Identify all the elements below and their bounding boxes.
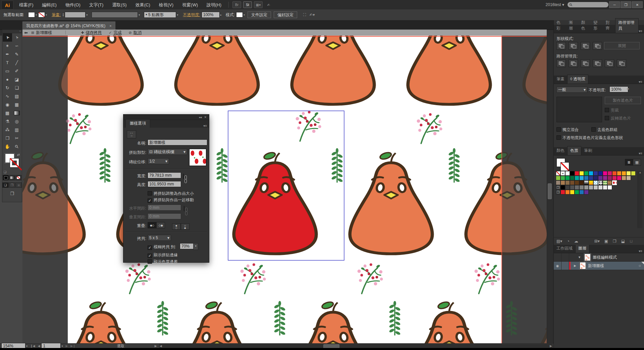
tab-stroke[interactable]: 筆畫 [554, 75, 567, 84]
panel-menu-icon[interactable]: ▾≡ [639, 249, 642, 253]
color-themes-icon[interactable]: ◔ [567, 239, 569, 244]
swatches-tab[interactable]: 色票 [567, 146, 581, 155]
shape-mode-minus-front-button[interactable] [569, 42, 578, 50]
visibility-eye-icon[interactable] [554, 253, 561, 261]
pathfinder-tab[interactable]: 路徑管理員 [615, 18, 639, 33]
panel-menu-icon[interactable]: ▾≡ [203, 124, 207, 128]
pathfinder-minus-back-button[interactable] [617, 59, 626, 67]
swatch[interactable] [598, 180, 603, 185]
swatch[interactable] [622, 171, 626, 176]
layer-name[interactable]: 新增圖樣 [588, 263, 604, 269]
swatch[interactable] [575, 176, 579, 180]
swatch[interactable] [570, 176, 575, 180]
chevron-down-icon[interactable]: ▾ [86, 13, 88, 16]
cancel-link[interactable]: 取消 [133, 30, 142, 36]
link-dimensions-icon[interactable] [183, 174, 184, 179]
rectangle-tool[interactable]: ▭ [3, 67, 12, 75]
direct-selection-tool[interactable]: ➢ [12, 33, 21, 42]
swatch[interactable] [575, 180, 579, 185]
swatch[interactable] [626, 171, 631, 176]
swatch[interactable] [607, 171, 612, 176]
shape-builder-tool[interactable]: ◉ [3, 100, 12, 109]
swatch[interactable] [598, 171, 603, 176]
restore-button[interactable]: ❐ [621, 1, 631, 8]
none-button[interactable] [15, 175, 21, 180]
swatches-tab[interactable]: 顏色 [554, 146, 567, 155]
swatch[interactable] [570, 171, 575, 176]
target-circle-icon[interactable]: ○ [639, 263, 641, 268]
new-swatch-icon[interactable]: ⬓ [621, 239, 625, 244]
swatch[interactable] [575, 185, 579, 190]
blend-tool[interactable]: ◎ [12, 117, 21, 126]
menu-item[interactable]: 視窗(W) [178, 0, 202, 9]
rotate-tool[interactable]: ↻ [3, 84, 12, 92]
swatch-options-icon[interactable]: ▣ [604, 239, 608, 244]
stroke-color-chip[interactable] [38, 12, 45, 17]
canvas-area[interactable] [0, 36, 547, 343]
swatch-folder[interactable]: ❒ [556, 185, 560, 190]
swatch[interactable] [570, 190, 575, 194]
document-tab[interactable]: 我是四方連續教學.ai* @ 154% (CMYK/預視) × [22, 21, 115, 30]
eraser-tool[interactable]: ◪ [12, 75, 21, 84]
variable-width-select[interactable] [92, 12, 138, 18]
chevron-down-icon[interactable]: ▾ [26, 345, 28, 348]
pattern-tile-tool-button[interactable]: ▫ ▫↔ [127, 130, 136, 138]
menu-item[interactable]: 選取(S) [108, 0, 131, 9]
bridge-button[interactable]: Br [232, 1, 241, 8]
pathfinder-tab[interactable]: 顏色 [578, 18, 591, 33]
new-color-group-icon[interactable]: ❒ [613, 239, 616, 244]
swatch[interactable] [570, 180, 575, 185]
swatch[interactable] [598, 185, 603, 190]
pointer-options-icon[interactable]: ✍▾ [310, 12, 315, 17]
shape-mode-intersect-button[interactable] [581, 42, 590, 50]
swatch[interactable] [584, 171, 589, 176]
column-graph-tool[interactable]: ▥ [12, 126, 21, 134]
swatch[interactable] [579, 180, 584, 185]
menu-item[interactable]: 說明(H) [202, 0, 226, 9]
panel-collapse-strip[interactable]: » [2, 30, 22, 33]
chevron-down-icon[interactable]: ▾ [177, 13, 178, 16]
layer-thumbnail[interactable] [584, 254, 591, 261]
minimize-button[interactable]: ─ [609, 1, 620, 8]
chevron-down-icon[interactable]: ▾ [36, 13, 37, 16]
slice-tool[interactable]: ✂ [12, 134, 21, 142]
lock-cell[interactable] [561, 262, 569, 270]
arrange-documents-icon[interactable]: ▦▾ [254, 1, 263, 8]
swatch[interactable] [584, 185, 589, 190]
width-tool[interactable]: ∿ [3, 92, 12, 100]
swatch[interactable] [584, 180, 589, 185]
status-expand-icon[interactable]: ▶ [155, 344, 157, 348]
zoom-tool[interactable]: ⚲ [12, 142, 21, 151]
pathfinder-trim-button[interactable] [569, 59, 578, 67]
draw-inside-button[interactable]: ▣ [15, 182, 22, 188]
menu-item[interactable]: 文字(T) [85, 0, 108, 9]
done-link[interactable]: 完成 [114, 30, 122, 36]
overlap-top-front-button[interactable]: ◆◇ [172, 223, 181, 230]
pathfinder-tab[interactable]: 對齊 [603, 18, 615, 33]
search-input[interactable]: ⚲ [568, 2, 608, 7]
swatch[interactable] [565, 190, 570, 194]
swatch[interactable] [579, 185, 584, 190]
app-logo[interactable]: Ai [1, 1, 13, 9]
tab-pattern-options[interactable]: 圖樣選項 [125, 119, 150, 128]
fill-color-chip[interactable] [28, 12, 35, 17]
workspace-switcher[interactable]: 2016test ▾ [546, 2, 564, 7]
layers-tab[interactable]: 圖層 [575, 244, 589, 253]
copies-select[interactable]: 5 x 5▾ [148, 235, 171, 241]
stroke-chip[interactable] [10, 158, 19, 168]
pathfinder-crop-button[interactable] [593, 59, 602, 67]
horizontal-scrollbar[interactable]: ◀ ▶ [159, 344, 553, 348]
chevron-right-icon[interactable]: ▸ [220, 13, 222, 16]
horizontal-scroll-handle[interactable] [323, 344, 339, 348]
swatch[interactable] [631, 171, 636, 176]
overlap-bottom-front-button[interactable]: ◇◆ [181, 223, 190, 230]
menu-item[interactable]: 編輯(E) [38, 0, 61, 9]
swatch[interactable] [603, 176, 607, 180]
swatch[interactable] [589, 171, 593, 176]
preferences-button[interactable]: 偏好設定 [274, 11, 297, 18]
draw-behind-button[interactable]: ❐ [9, 182, 15, 188]
width-input[interactable]: 79.7813 mm [148, 172, 181, 178]
swatch[interactable]: ⌖ [560, 171, 565, 176]
chevron-down-icon[interactable]: ▾ [61, 345, 63, 348]
draw-normal-button[interactable]: ❏ [2, 182, 9, 188]
